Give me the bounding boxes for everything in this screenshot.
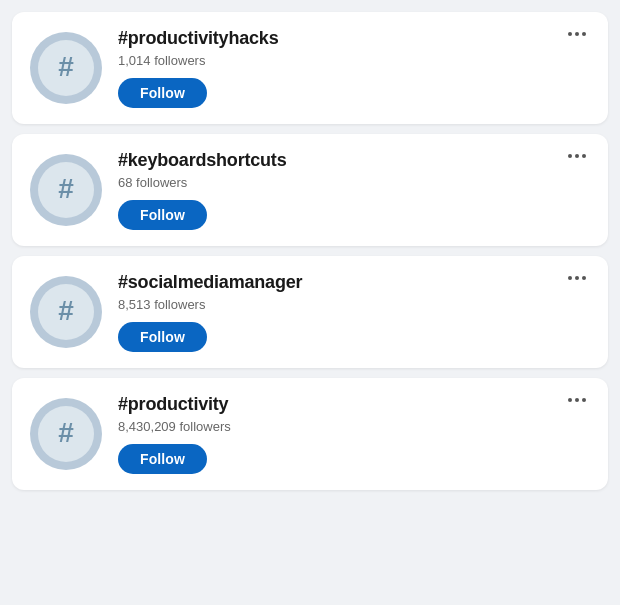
three-dots-icon — [568, 32, 586, 36]
hashtag-icon-inner: # — [38, 406, 94, 462]
hashtag-icon-inner: # — [38, 162, 94, 218]
follow-button-keyboardshortcuts[interactable]: Follow — [118, 200, 207, 230]
follow-button-productivity[interactable]: Follow — [118, 444, 207, 474]
hashtag-symbol: # — [58, 297, 74, 325]
hashtag-info: #socialmediamanager 8,513 followers Foll… — [118, 272, 590, 352]
hashtag-card-productivityhacks: # #productivityhacks 1,014 followers Fol… — [12, 12, 608, 124]
hashtag-info: #keyboardshortcuts 68 followers Follow — [118, 150, 590, 230]
more-options-button-productivity[interactable] — [562, 394, 592, 406]
hashtag-followers: 8,513 followers — [118, 297, 590, 312]
hashtag-card-productivity: # #productivity 8,430,209 followers Foll… — [12, 378, 608, 490]
hashtag-name: #socialmediamanager — [118, 272, 590, 293]
hashtag-icon-wrapper: # — [30, 276, 102, 348]
more-options-button-keyboardshortcuts[interactable] — [562, 150, 592, 162]
hashtag-icon-wrapper: # — [30, 154, 102, 226]
three-dots-icon — [568, 154, 586, 158]
more-options-button-productivityhacks[interactable] — [562, 28, 592, 40]
three-dots-icon — [568, 276, 586, 280]
hashtag-followers: 1,014 followers — [118, 53, 590, 68]
hashtag-name: #productivity — [118, 394, 590, 415]
hashtag-followers: 68 followers — [118, 175, 590, 190]
hashtag-card-socialmediamanager: # #socialmediamanager 8,513 followers Fo… — [12, 256, 608, 368]
hashtag-name: #keyboardshortcuts — [118, 150, 590, 171]
hashtag-symbol: # — [58, 175, 74, 203]
hashtag-icon-wrapper: # — [30, 32, 102, 104]
more-options-button-socialmediamanager[interactable] — [562, 272, 592, 284]
hashtag-symbol: # — [58, 53, 74, 81]
follow-button-productivityhacks[interactable]: Follow — [118, 78, 207, 108]
follow-button-socialmediamanager[interactable]: Follow — [118, 322, 207, 352]
hashtag-name: #productivityhacks — [118, 28, 590, 49]
hashtag-card-keyboardshortcuts: # #keyboardshortcuts 68 followers Follow — [12, 134, 608, 246]
hashtag-icon-wrapper: # — [30, 398, 102, 470]
hashtag-info: #productivityhacks 1,014 followers Follo… — [118, 28, 590, 108]
hashtag-icon-inner: # — [38, 40, 94, 96]
hashtag-info: #productivity 8,430,209 followers Follow — [118, 394, 590, 474]
three-dots-icon — [568, 398, 586, 402]
hashtag-icon-inner: # — [38, 284, 94, 340]
hashtag-symbol: # — [58, 419, 74, 447]
hashtag-followers: 8,430,209 followers — [118, 419, 590, 434]
